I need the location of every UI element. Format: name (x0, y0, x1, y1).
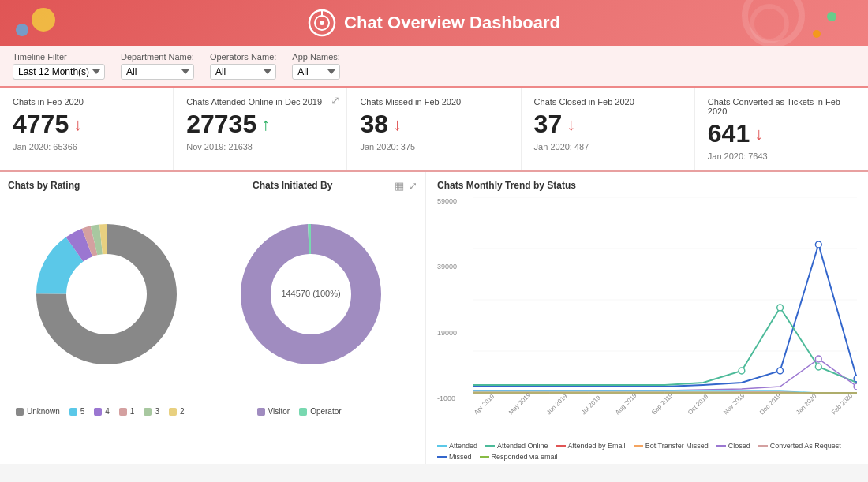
legend-attended-online: Attended Online (485, 442, 548, 450)
trend-arrow-down-3: ↓ (567, 114, 575, 135)
department-filter-label: Department Name: (121, 52, 194, 62)
filters-bar: Timeline Filter Last 12 Month(s) Departm… (0, 46, 868, 88)
svg-point-23 (777, 368, 784, 374)
metric-title-0: Chats in Feb 2020 (13, 97, 160, 106)
expand-chart-icon[interactable]: ⤢ (409, 180, 417, 192)
metric-card-4: Chats Converted as Tickets in Feb 2020 6… (695, 88, 868, 170)
line-chart-svg (473, 197, 857, 402)
chats-by-rating-title: Chats by Rating (8, 180, 80, 191)
trend-arrow-down-2: ↓ (393, 114, 402, 135)
svg-point-10 (67, 255, 146, 334)
line-chart-legend: Attended Attended Online Attended by Ema… (437, 442, 857, 461)
bar-chart-icon[interactable]: ▦ (395, 180, 404, 192)
svg-point-24 (815, 241, 821, 248)
legend-4: 4 (94, 407, 110, 416)
app-filter-label: App Names: (292, 52, 340, 62)
metric-value-0: 4775 ↓ (13, 110, 160, 139)
legend-responded-email: Responded via email (480, 453, 558, 461)
rating-legend: Unknown 5 4 1 3 2 (8, 407, 417, 416)
chats-initiated-title: Chats Initiated By (253, 180, 332, 191)
legend-visitor: Visitor (257, 407, 290, 416)
metric-title-1: Chats Attended Online in Dec 2019 (186, 97, 334, 106)
metric-title-3: Chats Closed in Feb 2020 (534, 97, 682, 106)
metric-title-2: Chats Missed in Feb 2020 (360, 97, 507, 106)
svg-point-25 (854, 376, 857, 382)
donuts-row: 144570 (100%) (8, 196, 417, 401)
trend-arrow-up-1: ↑ (261, 114, 270, 135)
operators-filter-label: Operators Name: (210, 52, 276, 62)
metric-value-2: 38 ↓ (360, 110, 507, 139)
operators-filter-select[interactable]: All (210, 64, 276, 80)
metric-card-2: Chats Missed in Feb 2020 38 ↓ Jan 2020: … (347, 88, 521, 170)
svg-point-27 (854, 383, 857, 390)
svg-point-2 (320, 21, 324, 25)
app-filter-group: App Names: All (292, 52, 340, 80)
metric-card-0: Chats in Feb 2020 4775 ↓ Jan 2020: 65366 (0, 88, 174, 170)
department-filter-group: Department Name: All (121, 52, 194, 80)
svg-point-20 (739, 368, 745, 374)
metric-card-1: ⤢ Chats Attended Online in Dec 2019 2773… (174, 88, 347, 170)
header-logo-icon (308, 9, 336, 37)
timeline-filter-label: Timeline Filter (13, 52, 105, 62)
header-title: Chat Overview Dashboard (308, 9, 560, 37)
left-panel: Chats by Rating Chats Initiated By ▦ ⤢ (0, 172, 426, 464)
y-axis-labels: 59000 39000 19000 -1000 (437, 197, 457, 418)
page-header: Chat Overview Dashboard (0, 0, 868, 46)
metric-value-1: 27735 ↑ (186, 110, 334, 139)
svg-point-21 (777, 305, 784, 311)
legend-converted-request: Converted As Request (758, 442, 841, 450)
bottom-section: Chats by Rating Chats Initiated By ▦ ⤢ (0, 172, 868, 464)
metric-prev-3: Jan 2020: 487 (534, 142, 682, 151)
metric-prev-1: Nov 2019: 21638 (186, 142, 334, 151)
legend-1: 1 (119, 407, 135, 416)
trend-arrow-down-4: ↓ (754, 124, 763, 144)
metric-value-4: 641 ↓ (708, 119, 855, 148)
metrics-row: Chats in Feb 2020 4775 ↓ Jan 2020: 65366… (0, 88, 868, 172)
legend-2: 2 (169, 407, 185, 416)
metric-value-3: 37 ↓ (534, 110, 682, 139)
monthly-trend-title: Chats Monthly Trend by Status (437, 180, 857, 191)
svg-text:144570 (100%): 144570 (100%) (282, 289, 341, 298)
chats-initiated-by-chart: 144570 (100%) (228, 211, 402, 385)
chats-by-rating-chart (24, 211, 197, 385)
metric-prev-0: Jan 2020: 65366 (13, 142, 160, 151)
operators-filter-group: Operators Name: All (210, 52, 276, 80)
trend-arrow-down-0: ↓ (73, 114, 82, 135)
app-filter-select[interactable]: All (292, 64, 340, 80)
svg-point-22 (815, 364, 821, 370)
metric-prev-2: Jan 2020: 375 (360, 142, 507, 151)
legend-closed: Closed (716, 442, 750, 450)
timeline-filter-group: Timeline Filter Last 12 Month(s) (13, 52, 105, 80)
legend-bot-transfer: Bot Transfer Missed (634, 442, 709, 450)
legend-3: 3 (144, 407, 159, 416)
svg-point-26 (815, 356, 821, 362)
legend-5: 5 (69, 407, 85, 416)
metric-card-3: Chats Closed in Feb 2020 37 ↓ Jan 2020: … (522, 88, 695, 170)
legend-missed: Missed (437, 453, 472, 461)
legend-operator: Operator (299, 407, 341, 416)
chart-icons: ▦ ⤢ (395, 180, 417, 192)
legend-attended-email: Attended by Email (556, 442, 626, 450)
line-chart-area: 59000 39000 19000 -1000 (437, 197, 857, 418)
legend-unknown: Unknown (16, 407, 60, 416)
legend-attended: Attended (437, 442, 477, 450)
x-axis-labels: Apr 2019 May 2019 Jun 2019 Jul 2019 Aug … (473, 405, 857, 418)
expand-icon-1[interactable]: ⤢ (331, 94, 340, 106)
metric-prev-4: Jan 2020: 7643 (708, 151, 855, 161)
right-panel: Chats Monthly Trend by Status 59000 3900… (426, 172, 868, 464)
left-panel-header: Chats by Rating Chats Initiated By ▦ ⤢ (8, 180, 417, 192)
metric-title-4: Chats Converted as Tickets in Feb 2020 (708, 97, 855, 116)
timeline-filter-select[interactable]: Last 12 Month(s) (13, 64, 105, 80)
department-filter-select[interactable]: All (121, 64, 194, 80)
